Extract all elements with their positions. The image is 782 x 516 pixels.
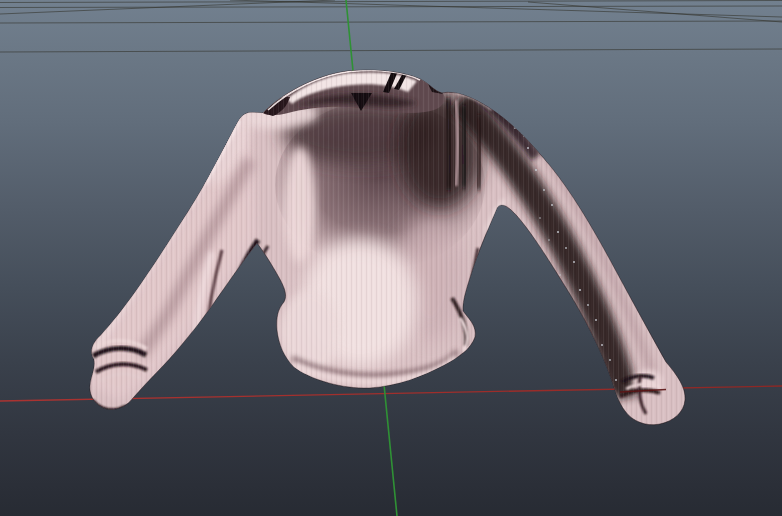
grid-diagonal-line bbox=[528, 2, 782, 22]
grid-diagonal-line bbox=[230, 0, 782, 17]
viewport-canvas bbox=[0, 0, 782, 516]
grid-horizon-line bbox=[0, 6, 782, 8]
sweater-model[interactable] bbox=[60, 60, 710, 440]
perspective-grid bbox=[0, 0, 782, 52]
grid-horizon-line bbox=[0, 21, 782, 23]
grid-horizon-line bbox=[0, 49, 782, 52]
3d-viewport[interactable] bbox=[0, 0, 782, 516]
grid-horizon-line bbox=[0, 1, 782, 3]
